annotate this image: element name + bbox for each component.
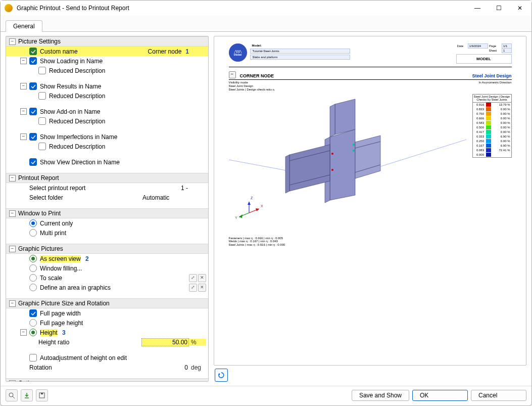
- preview-figure: Z X Y Steel Joint Design | Design Checks…: [229, 94, 512, 236]
- bottom-bar: Save and Show OK Cancel: [1, 386, 531, 405]
- value[interactable]: 1 -: [142, 185, 189, 192]
- refresh-button[interactable]: [215, 369, 228, 382]
- collapse-icon[interactable]: −: [9, 38, 16, 45]
- radio[interactable]: [29, 264, 37, 272]
- section-window-to-print[interactable]: − Window to Print: [6, 208, 208, 218]
- save-and-show-button[interactable]: Save and Show: [352, 390, 409, 401]
- row-full-height[interactable]: Full page height: [6, 318, 208, 328]
- checkbox[interactable]: [29, 108, 37, 115]
- radio[interactable]: [29, 274, 37, 282]
- row-custom-name[interactable]: Custom name Corner node 1: [6, 47, 208, 56]
- row-height-ratio[interactable]: Height ratio 50.00 %: [6, 337, 208, 347]
- row-reduced-2[interactable]: Reduced Description: [6, 91, 208, 101]
- row-reduced-1[interactable]: Reduced Description: [6, 66, 208, 75]
- row-select-folder[interactable]: Select folder Automatic: [6, 193, 208, 202]
- clear-icon[interactable]: ✕: [198, 274, 206, 282]
- settings-save-button[interactable]: [36, 389, 48, 401]
- radio[interactable]: [29, 329, 37, 336]
- section-printout-report[interactable]: − Printout Report: [6, 173, 208, 183]
- label: To scale: [40, 275, 188, 282]
- expand-icon[interactable]: ⤢: [189, 274, 197, 282]
- row-screen-view[interactable]: As screen view 2: [6, 254, 208, 263]
- collapse-icon[interactable]: −: [20, 58, 27, 64]
- row-current-only[interactable]: Current only: [6, 218, 208, 228]
- row-full-width[interactable]: Full page width: [6, 308, 208, 318]
- collapse-icon[interactable]: −: [9, 210, 16, 217]
- preview-footnote: Fasteners | max η : 0.916 | min η : 0.00…: [229, 237, 512, 247]
- row-reduced-4[interactable]: Reduced Description: [6, 142, 208, 151]
- checkbox[interactable]: [38, 92, 46, 100]
- collapse-icon[interactable]: −: [20, 329, 27, 336]
- settings-load-button[interactable]: [21, 389, 33, 401]
- row-to-scale[interactable]: To scale ⤢ ✕: [6, 273, 208, 283]
- checkbox[interactable]: [38, 143, 46, 150]
- checkbox[interactable]: [29, 133, 37, 141]
- collapse-icon[interactable]: −: [9, 300, 16, 307]
- checkbox[interactable]: [29, 354, 37, 362]
- row-rotation[interactable]: Rotation 0 deg: [6, 363, 208, 372]
- label: Full page width: [40, 310, 206, 317]
- label: Show Imperfections in Name: [40, 133, 206, 141]
- checkbox[interactable]: [38, 67, 46, 74]
- section-size-rotation[interactable]: − Graphic Picture Size and Rotation: [6, 298, 208, 308]
- radio[interactable]: [29, 229, 37, 237]
- custom-name-value[interactable]: Corner node: [136, 48, 182, 55]
- checkbox[interactable]: [29, 158, 37, 166]
- collapse-icon[interactable]: −: [9, 175, 16, 182]
- section-label: Options: [18, 380, 39, 382]
- expand-icon[interactable]: ⤢: [189, 284, 197, 292]
- cancel-button[interactable]: Cancel: [471, 390, 526, 401]
- maximize-button[interactable]: ☐: [491, 1, 506, 16]
- radio[interactable]: [29, 319, 37, 327]
- row-autoadjust[interactable]: Autoadjustment of height on edit: [6, 353, 208, 363]
- radio[interactable]: [29, 284, 37, 291]
- svg-marker-4: [330, 129, 355, 200]
- settings-tree[interactable]: − Picture Settings Custom name Corner no…: [6, 36, 209, 382]
- checkbox[interactable]: [38, 117, 46, 125]
- collapse-icon[interactable]: −: [20, 83, 27, 89]
- row-multi-print[interactable]: Multi print: [6, 228, 208, 238]
- row-show-viewdir[interactable]: Show View Direction in Name: [6, 157, 208, 167]
- label: Show View Direction in Name: [40, 159, 206, 166]
- tab-general[interactable]: General: [6, 20, 42, 32]
- section-label: Graphic Picture Size and Rotation: [18, 300, 110, 307]
- collapse-icon[interactable]: −: [9, 380, 16, 382]
- row-show-loading[interactable]: − Show Loading in Name: [6, 56, 208, 66]
- close-button[interactable]: ✕: [512, 1, 527, 16]
- collapse-icon[interactable]: −: [20, 108, 27, 115]
- section-options[interactable]: − Options: [6, 378, 208, 382]
- checkbox[interactable]: [29, 82, 37, 90]
- section-graphic-pictures[interactable]: − Graphic Pictures: [6, 244, 208, 254]
- rotation-value[interactable]: 0: [142, 364, 189, 371]
- height-ratio-input[interactable]: 50.00: [141, 338, 189, 346]
- fn-2: Welds | max η : 0.167 | min η : 0.043: [229, 240, 512, 243]
- checkbox[interactable]: [29, 57, 37, 65]
- checkbox-custom-name[interactable]: [29, 48, 37, 55]
- row-show-imperfections[interactable]: − Show Imperfections in Name: [6, 132, 208, 142]
- svg-marker-2: [335, 99, 355, 134]
- checkbox[interactable]: [29, 309, 37, 317]
- ok-button[interactable]: OK: [412, 390, 468, 401]
- minimize-button[interactable]: —: [470, 1, 485, 16]
- value[interactable]: Automatic: [142, 194, 189, 201]
- preview-subtitle: In Axonometric Direction Visibility mode…: [229, 81, 512, 92]
- row-show-addon[interactable]: − Show Add-on in Name: [6, 107, 208, 116]
- help-button[interactable]: [6, 389, 18, 401]
- collapse-icon[interactable]: −: [20, 133, 27, 140]
- row-reduced-3[interactable]: Reduced Description: [6, 116, 208, 126]
- row-height[interactable]: − Height 3: [6, 328, 208, 337]
- marker-3: 3: [62, 329, 66, 336]
- row-show-results[interactable]: − Show Results in Name: [6, 81, 208, 91]
- row-define-area[interactable]: Define an area in graphics ⤢ ✕: [6, 283, 208, 292]
- section-picture-settings[interactable]: − Picture Settings: [6, 36, 208, 47]
- collapse-icon[interactable]: −: [9, 246, 16, 252]
- clear-icon[interactable]: ✕: [198, 284, 206, 292]
- radio[interactable]: [29, 255, 37, 262]
- axis-z: Z: [251, 196, 253, 200]
- svg-marker-3: [330, 104, 335, 137]
- radio[interactable]: [29, 219, 37, 227]
- row-window-filling[interactable]: Window filling...: [6, 263, 208, 273]
- marker-2: 2: [85, 255, 89, 262]
- row-select-report[interactable]: Select printout report 1 -: [6, 183, 208, 193]
- preview-area[interactable]: Dlubal Model: Tutorial-Steel-Joints Slab…: [214, 36, 526, 366]
